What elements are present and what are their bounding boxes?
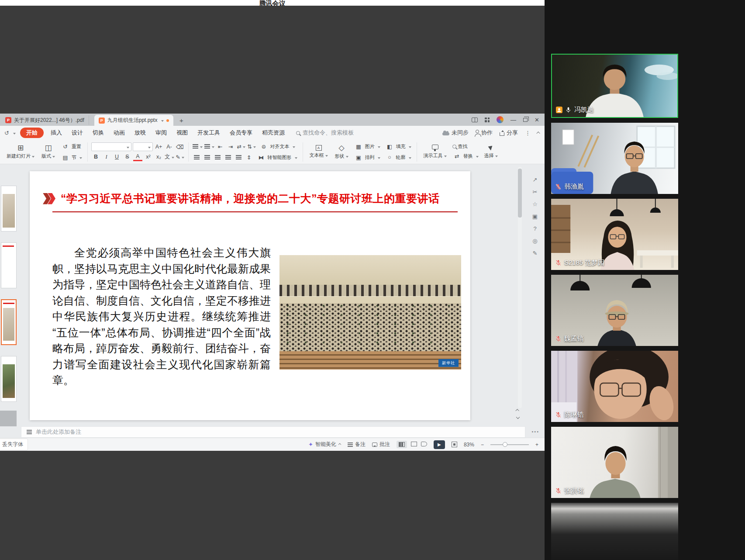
font-color-button[interactable]: A	[133, 152, 142, 161]
select-button[interactable]: 选择	[481, 144, 501, 160]
char-spacing-icon[interactable]: ⇄	[237, 142, 246, 151]
font-smaller-button[interactable]: A-	[165, 142, 174, 151]
view-reading-button[interactable]	[421, 442, 427, 448]
new-tab-button[interactable]: +	[177, 116, 186, 124]
align-center-icon[interactable]	[203, 153, 212, 162]
ribbon-tab-home[interactable]: 开始	[20, 128, 44, 138]
doc-tab-ppt[interactable]: P 九月组织生活ppt.pptx	[94, 115, 174, 126]
outdent-icon[interactable]: ⇤	[216, 142, 225, 151]
picture-button[interactable]: ▦图片	[352, 142, 382, 151]
bullet-list-icon[interactable]	[192, 142, 203, 151]
more-options-icon[interactable]: ⋮	[525, 130, 531, 136]
missing-font-badge[interactable]: 丢失字体	[0, 439, 28, 450]
doc-tab-pdf[interactable]: P 关于开展好2022...] 46号）.pdf	[1, 115, 89, 125]
next-slide-button[interactable]	[516, 415, 520, 419]
text-tool-icon[interactable]: 文	[165, 152, 174, 161]
zoom-out-button[interactable]: −	[481, 442, 484, 448]
ribbon-tab-transition[interactable]: 切换	[88, 127, 108, 138]
notes-input[interactable]: 单击此处添加备注	[21, 426, 525, 438]
conference-photo[interactable]: 新华社	[279, 255, 461, 370]
replace-button[interactable]: ⇄替换	[451, 152, 480, 161]
numbered-list-icon[interactable]	[204, 142, 214, 151]
justify-icon[interactable]	[224, 153, 233, 162]
ribbon-tab-docer[interactable]: 稻壳资源	[258, 127, 289, 138]
highlight-icon[interactable]: ✎	[176, 152, 185, 161]
participant-tile[interactable]: 韩渔胤	[551, 123, 678, 194]
play-slideshow-button[interactable]: ▶	[434, 440, 445, 449]
clip-icon[interactable]: ✂	[533, 189, 538, 195]
view-sorter-button[interactable]	[411, 442, 417, 448]
layout-button[interactable]: ◫ 版式	[38, 143, 58, 160]
participant-tile[interactable]: 冯凯迪	[551, 54, 678, 118]
ribbon-tab-animation[interactable]: 动画	[109, 127, 129, 138]
italic-button[interactable]: I	[102, 152, 111, 161]
reset-button[interactable]: ↺重置	[59, 142, 84, 151]
zoom-slider-knob[interactable]	[503, 442, 507, 447]
slide-body-text[interactable]: 全党必须高举中国特色社会主义伟大旗帜，坚持以马克思主义中国化时代化最新成果为指导…	[52, 245, 271, 388]
font-name-select[interactable]	[91, 142, 131, 151]
help-icon[interactable]: ?	[533, 225, 536, 232]
previous-slide-button[interactable]	[515, 409, 519, 412]
slide-title-block[interactable]: “学习习近平总书记重要讲话精神，迎接党的二十大”专题研讨班上的重要讲话	[43, 191, 440, 206]
participant-tile-partial[interactable]	[551, 503, 678, 560]
undo-icon[interactable]: ↺	[4, 130, 9, 136]
align-left-icon[interactable]	[192, 153, 201, 162]
distribute-icon[interactable]	[234, 153, 243, 162]
text-box-button[interactable]: A 文本框	[307, 144, 331, 159]
slide-thumbnail-2[interactable]	[1, 242, 17, 288]
columns-icon[interactable]: ⇕	[245, 153, 254, 162]
command-search[interactable]: 查找命令、搜索模板	[296, 129, 354, 137]
zoom-slider[interactable]	[490, 444, 529, 445]
collapse-ribbon-icon[interactable]	[536, 131, 540, 135]
slide-thumbnail-1[interactable]	[1, 186, 17, 232]
zoom-level[interactable]: 83%	[464, 442, 474, 448]
participant-tile[interactable]: S2185 范梦园	[551, 199, 678, 270]
vertical-scrollbar[interactable]	[518, 167, 522, 408]
align-text-button[interactable]: ⊜对齐文本	[258, 142, 297, 151]
apps-grid-icon[interactable]	[485, 118, 490, 122]
view-normal-button[interactable]	[397, 441, 407, 448]
undo-caret-icon[interactable]	[13, 133, 16, 136]
zoom-in-button[interactable]: +	[535, 442, 538, 448]
slide-thumbnail-3-current[interactable]	[1, 299, 17, 345]
copy-icon[interactable]: ▣	[532, 213, 538, 220]
ribbon-tab-design[interactable]: 设计	[67, 127, 87, 138]
comments-button[interactable]: 批注	[372, 441, 390, 448]
align-right-icon[interactable]	[213, 153, 222, 162]
ribbon-tab-member[interactable]: 会员专享	[225, 127, 257, 138]
ribbon-tab-insert[interactable]: 插入	[46, 127, 66, 138]
fit-slide-icon[interactable]	[452, 442, 457, 447]
section-button[interactable]: ▤节	[59, 152, 84, 162]
slide-thumbnail-5[interactable]	[0, 411, 17, 426]
smart-beautify-button[interactable]: ✦ 智能美化	[308, 441, 341, 448]
scrollbar-thumb[interactable]	[518, 169, 522, 218]
sync-status[interactable]: 未同步	[442, 129, 469, 137]
slide-canvas[interactable]: “学习习近平总书记重要讲话精神，迎接党的二十大”专题研讨班上的重要讲话 全党必须…	[30, 171, 470, 420]
ribbon-tab-slideshow[interactable]: 放映	[130, 127, 150, 138]
account-avatar[interactable]	[497, 116, 504, 123]
close-button[interactable]: ✕	[535, 117, 539, 123]
participant-tile[interactable]: 张洪铭	[551, 427, 678, 498]
edit-icon[interactable]: ✎	[533, 250, 538, 256]
outline-button[interactable]: ○轮廓	[383, 152, 413, 162]
subscript-button[interactable]: x₂	[154, 152, 163, 161]
shapes-button[interactable]: ◇ 形状	[332, 143, 352, 160]
minimize-button[interactable]: —	[510, 117, 516, 123]
ribbon-tab-review[interactable]: 审阅	[151, 127, 171, 138]
target-icon[interactable]: ◎	[532, 238, 537, 244]
font-larger-button[interactable]: A+	[154, 142, 163, 151]
find-button[interactable]: 查找	[451, 143, 480, 150]
arrange-button[interactable]: ▣排列	[352, 152, 382, 162]
indent-icon[interactable]: ⇥	[226, 142, 235, 151]
font-size-select[interactable]	[133, 142, 153, 151]
notes-toggle-button[interactable]: 备注	[348, 441, 366, 448]
ribbon-tab-devtools[interactable]: 开发工具	[193, 127, 224, 138]
bold-button[interactable]: B	[91, 152, 100, 161]
split-window-icon[interactable]	[472, 118, 478, 122]
restore-button[interactable]	[523, 118, 528, 122]
present-tools-button[interactable]: 演示工具	[421, 144, 450, 160]
fill-button[interactable]: ◧填充	[383, 142, 413, 151]
participant-tile[interactable]: 陈琳锆	[551, 351, 678, 422]
participant-tile[interactable]: 魏孟镐	[551, 275, 678, 346]
smart-graphic-button[interactable]: ⧓转智能图形	[255, 152, 299, 162]
